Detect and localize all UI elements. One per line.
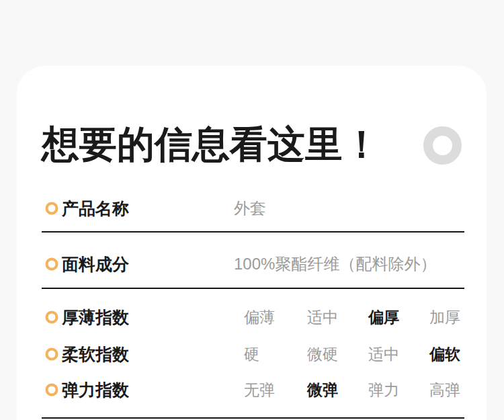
- index-option: 偏软: [429, 344, 491, 365]
- row-label: 产品名称: [62, 198, 129, 220]
- row-label: 面料成分: [62, 253, 129, 276]
- index-option: 偏厚: [368, 307, 430, 328]
- index-row-elasticity: 弹力指数 无弹 微弹 弹力 高弹: [42, 380, 464, 400]
- index-option: 弹力: [368, 380, 430, 401]
- index-row-softness: 柔软指数 硬 微硬 适中 偏软: [42, 344, 464, 364]
- index-option: 偏薄: [244, 307, 306, 328]
- row-label: 弹力指数: [62, 379, 129, 401]
- index-option: 微弹: [307, 380, 369, 401]
- info-row-product-name: 产品名称 外套: [42, 198, 464, 218]
- divider: [42, 231, 464, 233]
- bullet-ring-icon: [46, 348, 58, 361]
- index-option: 适中: [368, 344, 430, 365]
- index-option: 无弹: [244, 380, 306, 401]
- index-option: 加厚: [429, 307, 491, 328]
- divider: [42, 288, 464, 289]
- index-option: 硬: [244, 344, 306, 365]
- divider: [42, 417, 464, 419]
- bullet-ring-icon: [46, 202, 58, 215]
- product-info-card: 想要的信息看这里！ 产品名称 外套 面料成分 100%聚酯纤维（配料除外） 厚薄…: [17, 66, 487, 420]
- index-row-thickness: 厚薄指数 偏薄 适中 偏厚 加厚: [42, 307, 464, 327]
- index-option: 适中: [307, 307, 369, 328]
- row-value: 外套: [234, 198, 266, 219]
- info-row-fabric: 面料成分 100%聚酯纤维（配料除外）: [42, 254, 464, 274]
- index-option: 高弹: [429, 380, 491, 401]
- page-title: 想要的信息看这里！: [42, 124, 380, 165]
- index-option: 微硬: [307, 344, 369, 365]
- bullet-ring-icon: [46, 384, 58, 396]
- bullet-ring-icon: [46, 311, 58, 324]
- row-label: 厚薄指数: [62, 306, 129, 329]
- ring-decoration-icon: [423, 126, 462, 165]
- bullet-ring-icon: [46, 258, 58, 271]
- row-value: 100%聚酯纤维（配料除外）: [234, 253, 436, 275]
- row-label: 柔软指数: [62, 343, 129, 366]
